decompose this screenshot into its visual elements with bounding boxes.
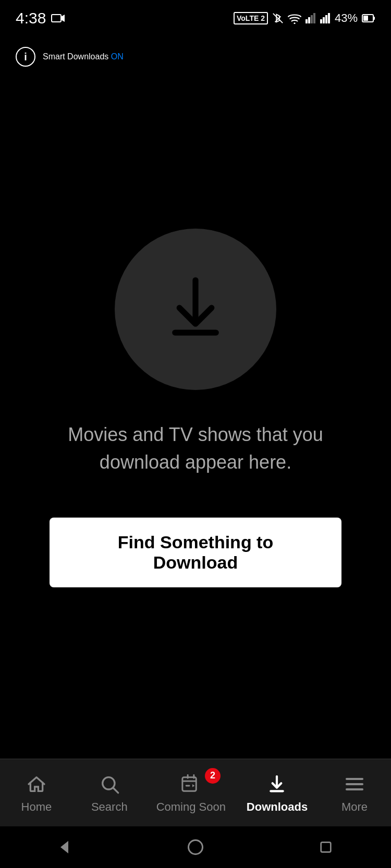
empty-state-description: Movies and TV shows that youdownload app…	[68, 421, 323, 475]
svg-rect-21	[193, 774, 195, 778]
home-nav-icon	[25, 772, 48, 796]
svg-rect-9	[323, 17, 325, 23]
svg-rect-10	[325, 15, 327, 23]
bottom-navigation: Home Search 2 Coming Soon	[0, 759, 391, 826]
downloads-icon	[266, 774, 287, 795]
status-time-group: 4:38	[16, 9, 66, 27]
download-empty-state-icon	[115, 229, 276, 390]
svg-rect-14	[363, 16, 368, 21]
more-nav-label: More	[341, 800, 368, 814]
home-nav-label: Home	[21, 800, 52, 814]
back-button[interactable]	[52, 834, 78, 860]
svg-rect-7	[313, 13, 315, 23]
recents-button[interactable]	[313, 834, 339, 860]
coming-soon-nav-icon: 2	[179, 772, 203, 796]
svg-point-3	[294, 22, 295, 24]
info-icon: i	[16, 47, 35, 67]
downloads-nav-icon	[265, 772, 289, 796]
smart-downloads-bar[interactable]: i Smart Downloads ON	[0, 36, 391, 74]
svg-marker-1	[61, 15, 65, 22]
status-bar: 4:38 VoLTE 2	[0, 0, 391, 36]
svg-rect-4	[306, 19, 308, 23]
downloads-nav-label: Downloads	[247, 800, 308, 814]
svg-rect-6	[311, 15, 313, 23]
svg-point-30	[189, 840, 203, 854]
media-icon	[51, 12, 66, 24]
svg-rect-11	[328, 13, 330, 23]
more-icon	[344, 775, 365, 794]
nav-item-search[interactable]: Search	[83, 772, 136, 814]
nav-item-more[interactable]: More	[328, 772, 381, 814]
smart-downloads-label: Smart Downloads ON	[43, 52, 124, 61]
svg-rect-0	[52, 15, 61, 22]
coming-soon-icon	[179, 773, 202, 796]
nav-item-downloads[interactable]: Downloads	[247, 772, 308, 814]
svg-rect-13	[373, 17, 375, 20]
search-icon	[99, 774, 120, 795]
find-something-to-download-button[interactable]: Find Something to Download	[50, 518, 341, 587]
home-button[interactable]	[182, 834, 209, 860]
download-icon	[159, 273, 232, 346]
back-icon	[56, 838, 75, 857]
clock: 4:38	[16, 9, 46, 27]
system-navigation	[0, 826, 391, 868]
search-nav-icon	[97, 772, 121, 796]
nav-item-coming-soon[interactable]: 2 Coming Soon	[156, 772, 226, 814]
wifi-icon	[288, 12, 301, 24]
svg-marker-29	[60, 841, 68, 853]
coming-soon-badge: 2	[205, 768, 221, 784]
main-content: Movies and TV shows that youdownload app…	[0, 73, 391, 743]
svg-rect-5	[308, 17, 310, 23]
svg-line-18	[113, 788, 118, 792]
svg-rect-20	[187, 774, 189, 778]
status-icons-group: VoLTE 2 43%	[234, 11, 375, 25]
mute-icon	[272, 12, 284, 24]
volte-icon: VoLTE 2	[234, 12, 268, 24]
recents-square-icon	[317, 839, 334, 856]
search-nav-label: Search	[91, 800, 128, 814]
home-circle-icon	[186, 838, 205, 857]
svg-rect-31	[321, 842, 331, 852]
home-icon	[26, 774, 47, 795]
coming-soon-nav-label: Coming Soon	[156, 800, 226, 814]
signal1-icon	[306, 12, 316, 24]
nav-item-home[interactable]: Home	[10, 772, 63, 814]
signal2-icon	[320, 12, 331, 24]
svg-rect-19	[182, 777, 196, 790]
battery-icon	[362, 12, 375, 24]
battery-percent: 43%	[335, 11, 358, 25]
svg-rect-8	[320, 19, 322, 23]
more-nav-icon	[343, 772, 366, 796]
